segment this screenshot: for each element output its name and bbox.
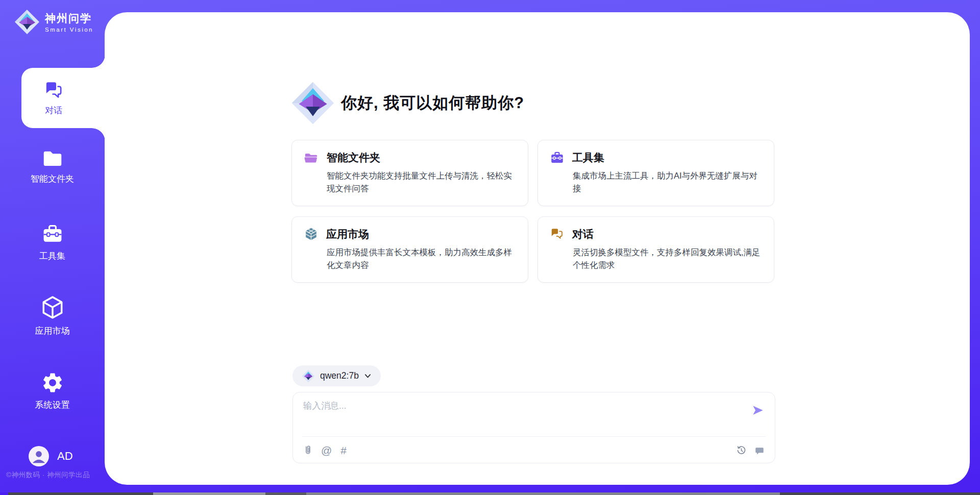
at-icon[interactable]: @ [321, 445, 332, 456]
composer-divider [302, 436, 766, 437]
card-title: 对话 [572, 227, 594, 241]
brand-subtitle: Smart Vision [45, 27, 93, 33]
card-title: 工具集 [572, 151, 604, 165]
sidebar-item-label: 工具集 [39, 250, 65, 262]
sidebar-item-toolbox[interactable]: 工具集 [0, 223, 105, 262]
card-smart-folder[interactable]: 智能文件夹 智能文件夹功能支持批量文件上传与清洗，轻松实现文件问答 [291, 140, 528, 206]
card-chat[interactable]: 对话 灵活切换多模型文件，支持多样回复效果调试,满足个性化需求 [537, 216, 774, 283]
sidebar-item-app-market[interactable]: 应用市场 [0, 295, 105, 337]
greeting: 你好, 我可以如何帮助你? [291, 81, 524, 125]
greeting-title: 你好, 我可以如何帮助你? [341, 92, 524, 114]
briefcase-icon [550, 151, 564, 165]
brand: 神州问学 Smart Vision [14, 9, 93, 35]
user-name: AD [57, 450, 73, 463]
sidebar-item-label: 智能文件夹 [31, 173, 74, 185]
message-input[interactable] [303, 400, 742, 431]
sidebar-item-label: 应用市场 [35, 325, 70, 337]
card-description: 灵活切换多模型文件，支持多样回复效果调试,满足个性化需求 [573, 246, 762, 271]
cube-icon [41, 295, 64, 320]
quick-action-cards: 智能文件夹 智能文件夹功能支持批量文件上传与清洗，轻松实现文件问答 工具集 集成… [291, 140, 774, 283]
model-name: qwen2:7b [320, 370, 359, 381]
sidebar-item-label: 系统设置 [35, 399, 70, 411]
comment-icon[interactable] [754, 445, 765, 456]
sidebar-item-settings[interactable]: 系统设置 [0, 371, 105, 411]
diamond-logo-icon [291, 81, 335, 125]
history-icon[interactable] [736, 445, 747, 456]
sidebar-item-smart-folder[interactable]: 智能文件夹 [0, 148, 105, 185]
hash-icon[interactable]: # [340, 445, 347, 456]
card-title: 智能文件夹 [327, 151, 380, 165]
chevron-down-icon [364, 373, 372, 379]
paperclip-icon[interactable] [303, 444, 312, 456]
user-avatar-icon [29, 446, 49, 466]
card-description: 应用市场提供丰富长文本模板，助力高效生成多样化文章内容 [327, 246, 516, 271]
screen-bottom-edge [0, 492, 980, 495]
model-selector[interactable]: qwen2:7b [292, 365, 381, 386]
message-composer: @ # [292, 392, 775, 463]
diamond-logo-icon [302, 369, 315, 383]
app-root: 神州问学 Smart Vision 对话 智能文件夹 工具集 [0, 0, 980, 495]
chat-icon [43, 80, 64, 101]
folder-open-icon [304, 152, 318, 164]
card-app-market[interactable]: 应用市场 应用市场提供丰富长文本模板，助力高效生成多样化文章内容 [291, 216, 528, 283]
brand-name: 神州问学 [45, 11, 93, 26]
user-profile[interactable]: AD [29, 446, 73, 466]
cube-grid-icon [304, 227, 318, 241]
send-icon[interactable] [751, 404, 765, 417]
main-panel: 你好, 我可以如何帮助你? 智能文件夹 智能文件夹功能支持批量文件上传与清洗，轻… [105, 12, 970, 485]
sidebar-item-label: 对话 [45, 105, 62, 116]
card-toolbox[interactable]: 工具集 集成市场上主流工具，助力AI与外界无缝扩展与对接 [537, 140, 774, 206]
card-description: 集成市场上主流工具，助力AI与外界无缝扩展与对接 [573, 169, 762, 195]
chat-bubbles-icon [550, 228, 564, 241]
folder-icon [41, 148, 64, 168]
card-description: 智能文件夹功能支持批量文件上传与清洗，轻松实现文件问答 [327, 169, 516, 195]
footer-credit: ©神州数码 · 神州问学出品 [6, 471, 90, 480]
sidebar-item-chat[interactable]: 对话 [21, 68, 105, 128]
diamond-logo-icon [14, 9, 40, 35]
toolbox-icon [41, 223, 64, 245]
gear-icon [41, 371, 64, 394]
card-title: 应用市场 [326, 227, 369, 241]
